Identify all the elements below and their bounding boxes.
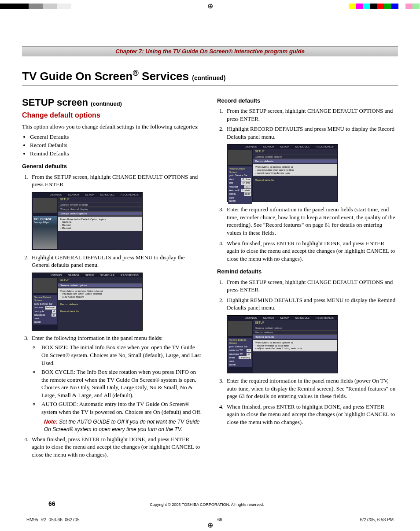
remind-defaults-heading: Remind defaults (217, 268, 398, 276)
chapter-header: Chapter 7: Using the TV Guide On Screen®… (22, 46, 398, 56)
ss1-line2: Change channel display (58, 207, 142, 211)
ss4-line1: General default options (253, 326, 337, 330)
ss1-line3: Change default options (58, 211, 142, 216)
ss3-line1: General default options (253, 155, 337, 159)
general-step-4: When finished, press ENTER to highlight … (30, 435, 203, 459)
ss4-line3: Remind defaults (253, 335, 337, 339)
record-step-4: When finished, press ENTER to highlight … (225, 240, 398, 263)
intro-text: This option allows you to change default… (22, 123, 203, 131)
general-step-3: Enter the following information in the p… (30, 334, 203, 433)
general-step-3-box-cycle: BOX CYCLE: The Info Box size rotation wh… (40, 368, 203, 399)
ss4-header: SETUP (253, 320, 337, 326)
remind-steps: From the SETUP screen, highlight CHANGE … (225, 278, 398, 312)
ss4-cancel: cancel (229, 363, 251, 366)
ss4-panel-sub: go to Service Bar (229, 345, 251, 348)
ss3-header: SETUP (253, 149, 337, 155)
record-defaults-heading: Record defaults (217, 97, 398, 105)
remind-steps-cont: Enter the required information in the pa… (225, 377, 398, 426)
left-column: SETUP screen (continued) Change default … (22, 96, 203, 462)
ss2-section-rec: Record defaults (58, 302, 142, 307)
timestamp: 6/27/05, 6:58 PM (360, 517, 394, 522)
doc-id: HM95_R2_053-66_062705 (26, 517, 80, 522)
ss3-info: Press Menu to access options to – set re… (253, 164, 337, 176)
ss3-cancel: cancel (229, 199, 251, 203)
general-step-2: Highlight GENERAL DEFAULTS and press MEN… (30, 254, 203, 269)
ss1-show-title: COLD CASE (34, 217, 56, 221)
general-steps-cont: Highlight GENERAL DEFAULTS and press MEN… (30, 254, 203, 269)
page-title: TV Guide On Screen® Services (continued) (22, 69, 398, 85)
ss3-panel-sub: go to Service Bar (229, 174, 251, 177)
setup-heading-text: SETUP screen (22, 97, 88, 108)
category-bullets: General Defaults Record Defaults Remind … (30, 133, 203, 157)
ss1-line1: Change system settings (58, 203, 142, 207)
remind-step-2: Highlight REMIND DEFAULTS and press MENU… (225, 296, 398, 312)
auto-guide-note: Note: Set the AUTO GUIDE to Off if you d… (44, 418, 203, 432)
title-main: TV Guide On Screen (22, 70, 133, 83)
general-step-3-auto-guide: AUTO GUIDE: Automatic entry into the TV … (40, 400, 203, 416)
ss1-info: Press Enter to list Default Option topic… (58, 217, 142, 231)
general-step-3-box-size: BOX SIZE: The initial Info Box size when… (40, 343, 203, 367)
ss2-section-rem: Remind defaults (58, 309, 142, 314)
record-step-1: From the SETUP screen, highlight CHANGE … (225, 107, 398, 122)
page-number: 66 (48, 500, 55, 507)
remind-step-1: From the SETUP screen, highlight CHANGE … (225, 278, 398, 294)
ss4-done: done (229, 360, 251, 363)
title-reg: ® (133, 69, 138, 77)
title-sub: Services (139, 70, 192, 83)
page-mid: 66 (217, 517, 222, 522)
ss2-cancel: cancel (34, 321, 56, 324)
screenshot-remind-defaults: LISTINGSSEARCHSETUPSCHEDULERECORDINGS Re… (227, 315, 338, 373)
note-label: Note: (44, 419, 58, 425)
note-text: Set the AUTO GUIDE to Off if you do not … (44, 419, 200, 432)
ss3-section-rem: Remind defaults (253, 177, 337, 183)
ss2-done: done (34, 317, 56, 320)
ss2-info: Press Menu to access Options to set – In… (58, 288, 142, 300)
setup-continued: (continued) (91, 100, 122, 107)
ss2-panel-sub: go to Service Bar (34, 302, 56, 306)
record-steps-cont: Enter the required information in the pa… (225, 206, 398, 262)
record-step-3: Enter the required information in the pa… (225, 206, 398, 236)
record-step-2: Highlight RECORD DEFAULTS and press MENU… (225, 125, 398, 140)
registration-mark-bottom: ⊕ (207, 521, 213, 529)
general-step-3-text: Enter the following information in the p… (32, 335, 162, 341)
right-column: Record defaults From the SETUP screen, h… (217, 96, 398, 462)
title-continued: (continued) (192, 74, 225, 81)
bullet-record: Record Defaults (30, 141, 203, 149)
ss1-show-meta: Sundays 8/7pm (34, 221, 56, 224)
screenshot-change-default-options: LISTINGSSEARCHSETUPSCHEDULERECORDINGS CO… (32, 192, 143, 250)
ss2-header: SETUP (58, 277, 142, 283)
general-steps-3: Enter the following information in the p… (30, 334, 203, 458)
remind-step-4: When finished, press ENTER to highlight … (225, 403, 398, 426)
general-steps: From the SETUP screen, highlight CHANGE … (30, 173, 203, 188)
screenshot-general-defaults: LISTINGSSEARCHSETUPSCHEDULERECORDINGS Ge… (32, 273, 143, 331)
ss2-panel-title: General Default Options (34, 296, 56, 302)
record-steps: From the SETUP screen, highlight CHANGE … (225, 107, 398, 140)
screenshot-record-defaults: LISTINGSSEARCHSETUPSCHEDULERECORDINGS Re… (227, 144, 338, 202)
ss1-header: SETUP (58, 197, 142, 203)
ss3-panel-title: Record Default Options (229, 167, 251, 174)
ss4-line2: Record defaults (253, 330, 337, 335)
ss2-line1: General default options (58, 283, 142, 288)
ss3-done: done (229, 196, 251, 199)
general-defaults-heading: General defaults (22, 162, 203, 170)
registration-mark-top: ⊕ (207, 2, 213, 10)
bullet-general: General Defaults (30, 133, 203, 141)
setup-heading: SETUP screen (continued) (22, 96, 203, 109)
ss4-info: Press Menu to access options to – select… (253, 340, 337, 351)
bullet-remind: Remind Defaults (30, 150, 203, 158)
page-footer: 66 Copyright © 2005 TOSHIBA CORPORATION.… (48, 500, 372, 507)
ss3-line2: Record defaults (253, 159, 337, 163)
general-step-1: From the SETUP screen, highlight CHANGE … (30, 173, 203, 188)
change-default-heading: Change default options (22, 111, 203, 120)
remind-step-3: Enter the required information in the pa… (225, 377, 398, 400)
ss4-panel-title: Remind Default Options (229, 339, 251, 345)
copyright-text: Copyright © 2005 TOSHIBA CORPORATION. Al… (55, 502, 358, 507)
